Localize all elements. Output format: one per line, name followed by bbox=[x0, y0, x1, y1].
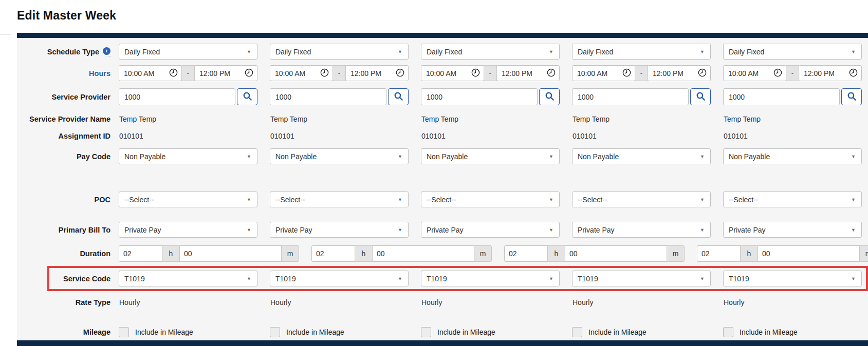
poc-select-col1[interactable]: --Select--▼ bbox=[119, 191, 257, 207]
field-cell-col3: 10:00 AM-12:00 PM bbox=[421, 65, 560, 81]
form-row-rate-type: Rate TypeHourlyHourlyHourlyHourlyHourly bbox=[17, 298, 868, 306]
label-text: Service Provider Name bbox=[29, 115, 110, 123]
label-text[interactable]: Hours bbox=[89, 69, 110, 78]
hours-end-input-col5[interactable]: 12:00 PM bbox=[799, 65, 862, 81]
schedule-type-select-col2[interactable]: Daily Fixed▼ bbox=[270, 44, 409, 60]
mileage-checkbox-col5[interactable] bbox=[723, 327, 733, 337]
hours-end-input-col3[interactable]: 12:00 PM bbox=[496, 65, 560, 81]
form-row-service-code: Service CodeT1019▼T1019▼T1019▼T1019▼T101… bbox=[17, 271, 868, 286]
service-provider-search-button-col1[interactable] bbox=[237, 88, 257, 105]
clock-icon[interactable] bbox=[245, 68, 253, 79]
primary-bill-to-select-col4[interactable]: Private Pay▼ bbox=[572, 222, 711, 238]
panel-top-bar bbox=[17, 33, 868, 38]
label-service-provider: Service Provider bbox=[17, 93, 119, 101]
service-provider-input-col4[interactable] bbox=[572, 88, 689, 105]
time-value: 10:00 AM bbox=[426, 69, 456, 78]
service-code-select-col5[interactable]: T1019▼ bbox=[723, 271, 862, 286]
select-value: T1019 bbox=[275, 275, 296, 283]
hours-end-input-col1[interactable]: 12:00 PM bbox=[194, 65, 257, 81]
field-cell-col3 bbox=[421, 88, 560, 105]
pay-code-select-col3[interactable]: Non Payable▼ bbox=[421, 148, 560, 164]
hours-start-input-col3[interactable]: 10:00 AM bbox=[421, 65, 484, 81]
mileage-checkbox-col2[interactable] bbox=[270, 327, 280, 337]
info-icon[interactable]: i bbox=[103, 47, 110, 55]
hours-start-input-col1[interactable]: 10:00 AM bbox=[119, 65, 182, 81]
primary-bill-to-select-col2[interactable]: Private Pay▼ bbox=[270, 222, 409, 238]
chevron-down-icon: ▼ bbox=[700, 49, 705, 54]
service-provider-search-button-col2[interactable] bbox=[388, 88, 409, 105]
hours-start-input-col4[interactable]: 10:00 AM bbox=[572, 65, 635, 81]
field-cell-col2: 10:00 AM-12:00 PM bbox=[270, 65, 409, 81]
duration-hours-input-col4[interactable] bbox=[697, 245, 741, 262]
clock-icon[interactable] bbox=[320, 68, 329, 79]
clock-icon[interactable] bbox=[698, 68, 707, 79]
duration-minutes-input-col4[interactable] bbox=[758, 245, 860, 262]
clock-icon[interactable] bbox=[471, 68, 480, 79]
poc-select-col2[interactable]: --Select--▼ bbox=[270, 191, 409, 207]
primary-bill-to-select-col3[interactable]: Private Pay▼ bbox=[421, 222, 560, 238]
chevron-down-icon: ▼ bbox=[247, 227, 251, 232]
pay-code-select-col1[interactable]: Non Payable▼ bbox=[119, 148, 257, 164]
duration-minutes-input-col2[interactable] bbox=[372, 245, 474, 262]
schedule-type-select-col3[interactable]: Daily Fixed▼ bbox=[421, 44, 560, 60]
pay-code-select-col4[interactable]: Non Payable▼ bbox=[572, 148, 711, 164]
service-provider-search-button-col4[interactable] bbox=[690, 88, 711, 105]
duration-hours-input-col3[interactable] bbox=[504, 245, 548, 262]
duration-minutes-input-col3[interactable] bbox=[565, 245, 667, 262]
hours-start-input-col5[interactable]: 10:00 AM bbox=[723, 65, 786, 81]
clock-icon[interactable] bbox=[547, 68, 556, 79]
field-cell-col2: --Select--▼ bbox=[270, 191, 409, 207]
field-cell-col2: Hourly bbox=[270, 298, 409, 306]
label-text: Pay Code bbox=[77, 152, 110, 161]
field-cell-col5: 10:00 AM-12:00 PM bbox=[723, 65, 862, 81]
label-duration: Duration bbox=[17, 249, 119, 258]
duration-hours-input-col2[interactable] bbox=[311, 245, 355, 262]
search-icon bbox=[243, 91, 252, 103]
search-icon bbox=[394, 91, 403, 103]
service-code-select-col4[interactable]: T1019▼ bbox=[572, 271, 711, 286]
poc-select-col4[interactable]: --Select--▼ bbox=[572, 191, 711, 207]
pay-code-select-col5[interactable]: Non Payable▼ bbox=[723, 148, 862, 164]
clock-icon[interactable] bbox=[773, 68, 782, 79]
service-provider-input-col5[interactable] bbox=[723, 88, 840, 105]
service-provider-name-value-col2: Temp Temp bbox=[270, 115, 307, 123]
schedule-type-select-col5[interactable]: Daily Fixed▼ bbox=[723, 44, 862, 60]
clock-icon[interactable] bbox=[396, 68, 404, 79]
schedule-type-select-col1[interactable]: Daily Fixed▼ bbox=[119, 44, 257, 60]
service-code-select-col1[interactable]: T1019▼ bbox=[119, 271, 257, 286]
clock-icon[interactable] bbox=[849, 68, 858, 79]
hours-start-input-col2[interactable]: 10:00 AM bbox=[270, 65, 333, 81]
info-icon-wrap: i bbox=[103, 47, 110, 56]
select-value: Non Payable bbox=[427, 152, 468, 161]
schedule-type-select-col4[interactable]: Daily Fixed▼ bbox=[572, 44, 711, 60]
hours-end-input-col2[interactable]: 12:00 PM bbox=[345, 65, 409, 81]
primary-bill-to-select-col1[interactable]: Private Pay▼ bbox=[119, 222, 257, 238]
mileage-checkbox-col4[interactable] bbox=[572, 327, 582, 337]
select-value: Daily Fixed bbox=[275, 48, 311, 56]
service-provider-name-value-col5: Temp Temp bbox=[723, 115, 761, 123]
duration-minutes-unit: m bbox=[281, 245, 299, 262]
poc-select-col5[interactable]: --Select--▼ bbox=[723, 191, 862, 207]
form-row-service-provider: Service Provider bbox=[17, 88, 868, 105]
poc-select-col3[interactable]: --Select--▼ bbox=[421, 191, 560, 207]
assignment-id-value-col3: 010101 bbox=[421, 132, 446, 140]
header-divider bbox=[0, 34, 11, 34]
clock-icon[interactable] bbox=[622, 68, 631, 79]
duration-hours-input-col1[interactable] bbox=[119, 245, 162, 262]
service-provider-input-col2[interactable] bbox=[270, 88, 386, 105]
service-code-select-col3[interactable]: T1019▼ bbox=[421, 271, 560, 286]
service-code-select-col2[interactable]: T1019▼ bbox=[270, 271, 409, 286]
service-provider-search-button-col5[interactable] bbox=[841, 88, 862, 105]
primary-bill-to-select-col5[interactable]: Private Pay▼ bbox=[723, 222, 862, 238]
clock-icon[interactable] bbox=[169, 68, 178, 79]
duration-minutes-input-col1[interactable] bbox=[179, 245, 282, 262]
time-value: 12:00 PM bbox=[199, 69, 230, 78]
hours-end-input-col4[interactable]: 12:00 PM bbox=[648, 65, 711, 81]
service-provider-search-button-col3[interactable] bbox=[539, 88, 560, 105]
mileage-checkbox-col3[interactable] bbox=[421, 327, 431, 337]
mileage-checkbox-col1[interactable] bbox=[119, 327, 129, 337]
pay-code-select-col2[interactable]: Non Payable▼ bbox=[270, 148, 409, 164]
field-cell-col3: Include in Mileage bbox=[421, 327, 560, 337]
service-provider-input-col1[interactable] bbox=[119, 88, 235, 105]
service-provider-input-col3[interactable] bbox=[421, 88, 538, 105]
